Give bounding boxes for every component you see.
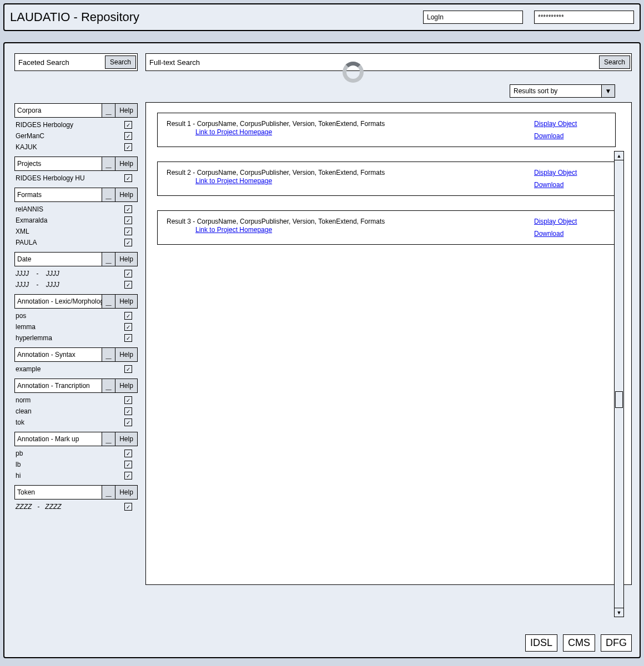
download-link[interactable]: Download (534, 230, 606, 238)
checkbox[interactable]: ✓ (124, 407, 132, 415)
help-button[interactable]: Help (115, 253, 137, 266)
facet-item-label: lb (16, 461, 124, 468)
help-button[interactable]: Help (115, 157, 137, 170)
facet-item-label: lemma (16, 323, 124, 331)
checkbox[interactable]: ✓ (124, 143, 132, 151)
checkbox[interactable]: ✓ (124, 450, 132, 457)
download-link[interactable]: Download (534, 181, 606, 189)
facet-item: pb✓ (16, 450, 138, 457)
result-right: Display ObjectDownload (534, 120, 606, 140)
collapse-button[interactable]: _ (102, 379, 115, 392)
checkbox[interactable]: ✓ (124, 334, 132, 342)
help-button[interactable]: Help (115, 379, 137, 392)
display-object-link[interactable]: Display Object (534, 169, 606, 176)
checkbox[interactable]: ✓ (124, 418, 132, 426)
facet-item-label: JJJJ - JJJJ (16, 281, 124, 289)
facet-item: PAULA✓ (16, 239, 138, 246)
facet-item-label: XML (16, 228, 124, 235)
password-input[interactable] (534, 11, 634, 24)
top-search-row: Faceted Search Search Full-text Search S… (14, 53, 632, 71)
facet-item: hi✓ (16, 472, 138, 480)
checkbox[interactable]: ✓ (124, 239, 132, 246)
results-scrollbar[interactable]: ▲ ▼ (614, 151, 624, 617)
login-box (423, 11, 634, 24)
checkbox[interactable]: ✓ (124, 472, 132, 480)
collapse-button[interactable]: _ (102, 104, 115, 117)
fulltext-search-button[interactable]: Search (599, 56, 630, 69)
faceted-search-label: Faceted Search (18, 58, 104, 67)
results-panel: Result 1 - CorpusName, CorpusPublisher, … (145, 102, 632, 585)
facet-item-label: tok (16, 418, 124, 426)
main-frame: Faceted Search Search Full-text Search S… (3, 42, 641, 658)
collapse-button[interactable]: _ (102, 432, 115, 446)
facet-item: JJJJ - JJJJ✓ (16, 270, 138, 278)
facet-item: Exmaralda✓ (16, 216, 138, 224)
help-button[interactable]: Help (115, 348, 137, 361)
checkbox[interactable]: ✓ (124, 270, 132, 278)
facet-item: lemma✓ (16, 323, 138, 331)
sort-row: Results sort by ▼ (14, 84, 632, 98)
checkbox[interactable]: ✓ (124, 228, 132, 235)
faceted-search-button[interactable]: Search (105, 56, 136, 69)
help-button[interactable]: Help (115, 486, 137, 499)
checkbox[interactable]: ✓ (124, 132, 132, 140)
scroll-thumb[interactable] (615, 391, 623, 408)
content-row: Corpora_HelpRIDGES Herbology✓GerManC✓KAJ… (14, 102, 632, 585)
facet-item-label: PAULA (16, 239, 124, 246)
checkbox[interactable]: ✓ (124, 365, 132, 373)
sort-select[interactable]: Results sort by ▼ (510, 84, 615, 98)
project-homepage-link[interactable]: Link to Project Homepage (195, 177, 272, 185)
result-left: Result 3 - CorpusName, CorpusPublisher, … (167, 218, 534, 238)
checkbox[interactable]: ✓ (124, 281, 132, 289)
facet-header: Annotation - Mark up_Help (14, 432, 138, 446)
facet-item: pos✓ (16, 312, 138, 320)
facet-item: relANNIS✓ (16, 205, 138, 213)
checkbox[interactable]: ✓ (124, 216, 132, 224)
scroll-down-icon[interactable]: ▼ (615, 608, 623, 617)
facet-title: Token (15, 488, 102, 496)
checkbox[interactable]: ✓ (124, 121, 132, 129)
footer-logos: IDSLCMSDFG (525, 634, 632, 652)
facet-item-label: pb (16, 450, 124, 457)
help-button[interactable]: Help (115, 104, 137, 117)
result-title: Result 2 - CorpusName, CorpusPublisher, … (167, 169, 534, 176)
facet-item-label: Exmaralda (16, 216, 124, 224)
facet-item: tok✓ (16, 418, 138, 426)
checkbox[interactable]: ✓ (124, 503, 132, 511)
login-input[interactable] (423, 11, 523, 24)
collapse-button[interactable]: _ (102, 253, 115, 266)
fulltext-search-label: Full-text Search (149, 58, 598, 67)
facet-sidebar: Corpora_HelpRIDGES Herbology✓GerManC✓KAJ… (14, 102, 138, 585)
checkbox[interactable]: ✓ (124, 461, 132, 468)
collapse-button[interactable]: _ (102, 486, 115, 499)
download-link[interactable]: Download (534, 132, 606, 140)
collapse-button[interactable]: _ (102, 295, 115, 308)
fulltext-wrap: Full-text Search Search (145, 53, 632, 71)
collapse-button[interactable]: _ (102, 188, 115, 201)
checkbox[interactable]: ✓ (124, 312, 132, 320)
facet-item: ZZZZ - ZZZZ✓ (16, 503, 138, 511)
help-button[interactable]: Help (115, 432, 137, 446)
collapse-button[interactable]: _ (102, 157, 115, 170)
facet-item-label: norm (16, 396, 124, 404)
collapse-button[interactable]: _ (102, 348, 115, 361)
help-button[interactable]: Help (115, 295, 137, 308)
display-object-link[interactable]: Display Object (534, 120, 606, 128)
result-title: Result 1 - CorpusName, CorpusPublisher, … (167, 120, 534, 128)
facet-item-label: ZZZZ - ZZZZ (16, 503, 124, 511)
facet-title: Annotation - Trancription (15, 382, 102, 390)
checkbox[interactable]: ✓ (124, 396, 132, 404)
result-title: Result 3 - CorpusName, CorpusPublisher, … (167, 218, 534, 225)
scroll-up-icon[interactable]: ▲ (615, 152, 623, 160)
project-homepage-link[interactable]: Link to Project Homepage (195, 226, 272, 234)
help-button[interactable]: Help (115, 188, 137, 201)
checkbox[interactable]: ✓ (124, 205, 132, 213)
facet-item: clean✓ (16, 407, 138, 415)
checkbox[interactable]: ✓ (124, 174, 132, 182)
facet-item-label: relANNIS (16, 205, 124, 213)
footer-logo: CMS (563, 634, 595, 652)
checkbox[interactable]: ✓ (124, 323, 132, 331)
display-object-link[interactable]: Display Object (534, 218, 606, 225)
project-homepage-link[interactable]: Link to Project Homepage (195, 128, 272, 136)
header-bar: LAUDATIO - Repository (3, 3, 641, 31)
